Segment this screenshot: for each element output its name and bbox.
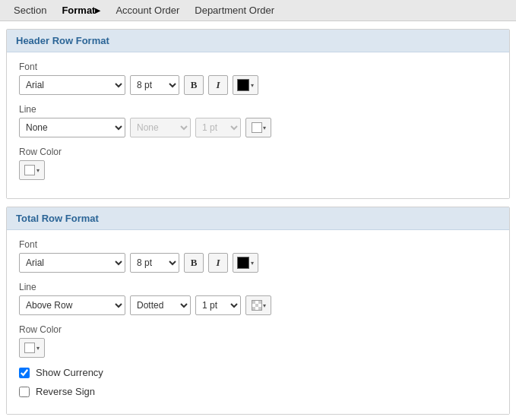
header-row-color-label: Row Color	[19, 147, 497, 157]
header-line-color-swatch	[252, 122, 262, 133]
header-line-color-dropdown-arrow: ▾	[263, 125, 266, 131]
total-row-color-controls: ▾	[19, 338, 497, 358]
header-row-format-section: Header Row Format Font Arial Times New R…	[6, 29, 510, 199]
total-bold-icon: B	[191, 257, 198, 269]
total-size-select[interactable]: 6 pt 7 pt 8 pt 9 pt 10 pt	[130, 253, 179, 273]
total-italic-icon: I	[216, 257, 220, 269]
header-row-color-button[interactable]: ▾	[19, 160, 45, 180]
total-line-color-swatch-group: ▾	[252, 300, 266, 311]
header-line-color-swatch-group: ▾	[252, 122, 266, 133]
header-row-format-body: Font Arial Times New Roman Helvetica Ver…	[7, 52, 509, 198]
header-line-weight-select[interactable]: 0.5 pt 1 pt 1.5 pt 2 pt	[195, 118, 241, 137]
reverse-sign-checkbox[interactable]	[19, 387, 30, 397]
header-line-color-button[interactable]: ▾	[245, 118, 271, 137]
total-line-style-select[interactable]: None Solid Dotted Dashed	[130, 295, 191, 315]
header-font-color-swatch	[237, 79, 249, 91]
header-font-select[interactable]: Arial Times New Roman Helvetica Verdana	[19, 75, 125, 95]
total-row-color-label: Row Color	[19, 324, 497, 335]
total-row-color-button[interactable]: ▾	[19, 338, 45, 358]
header-font-color-arrow: ▾	[251, 82, 254, 89]
header-italic-button[interactable]: I	[208, 75, 228, 95]
total-row-format-section: Total Row Format Font Arial Times New Ro…	[6, 207, 510, 415]
total-font-select[interactable]: Arial Times New Roman Helvetica Verdana	[19, 253, 125, 273]
total-line-color-dropdown-arrow: ▾	[263, 302, 266, 309]
header-font-row: Font Arial Times New Roman Helvetica Ver…	[19, 62, 497, 95]
header-font-color-button[interactable]: ▾	[233, 75, 258, 95]
total-row-color-swatch	[24, 343, 35, 353]
header-line-controls: None Above Row Below Row Above & Below N…	[19, 118, 497, 137]
header-size-select[interactable]: 6 pt 7 pt 8 pt 9 pt 10 pt	[130, 75, 179, 95]
total-line-color-button[interactable]: ▾	[245, 295, 271, 315]
total-bold-button[interactable]: B	[184, 253, 204, 273]
total-line-weight-select[interactable]: 0.5 pt 1 pt 1.5 pt 2 pt	[195, 295, 241, 315]
header-row-color-swatch	[24, 165, 35, 175]
total-row-format-title: Total Row Format	[7, 207, 509, 230]
total-line-controls: None Above Row Below Row Above & Below N…	[19, 295, 497, 315]
nav-account-order[interactable]: Account Order	[108, 2, 187, 19]
total-line-color-grid-icon	[252, 300, 262, 311]
total-line-select[interactable]: None Above Row Below Row Above & Below	[19, 295, 125, 315]
header-row-format-title: Header Row Format	[7, 30, 509, 52]
nav-department-order[interactable]: Department Order	[187, 2, 282, 19]
total-font-color-button[interactable]: ▾	[233, 253, 258, 273]
total-line-label: Line	[19, 282, 497, 292]
show-currency-checkbox[interactable]	[19, 368, 30, 378]
show-currency-row: Show Currency	[19, 367, 497, 378]
header-line-label: Line	[19, 104, 497, 115]
nav-section[interactable]: Section	[6, 2, 54, 19]
total-italic-button[interactable]: I	[208, 253, 228, 273]
total-row-color-row: Row Color ▾	[19, 324, 497, 358]
total-font-row: Font Arial Times New Roman Helvetica Ver…	[19, 239, 497, 273]
header-line-row: Line None Above Row Below Row Above & Be…	[19, 104, 497, 137]
header-line-style-select[interactable]: None Solid Dotted Dashed	[130, 118, 191, 137]
top-nav: Section Format▸ Account Order Department…	[0, 0, 516, 21]
total-font-color-swatch	[237, 257, 249, 269]
reverse-sign-label[interactable]: Reverse Sign	[36, 386, 95, 397]
total-font-controls: Arial Times New Roman Helvetica Verdana …	[19, 253, 497, 273]
header-bold-button[interactable]: B	[184, 75, 204, 95]
reverse-sign-row: Reverse Sign	[19, 386, 497, 397]
total-font-color-arrow: ▾	[251, 260, 254, 267]
bold-icon: B	[191, 79, 198, 91]
nav-format[interactable]: Format▸	[54, 2, 108, 19]
total-font-label: Font	[19, 239, 497, 250]
header-font-controls: Arial Times New Roman Helvetica Verdana …	[19, 75, 497, 95]
header-row-color-arrow: ▾	[36, 167, 40, 174]
total-row-format-body: Font Arial Times New Roman Helvetica Ver…	[7, 230, 509, 414]
header-font-label: Font	[19, 62, 497, 72]
header-line-select[interactable]: None Above Row Below Row Above & Below	[19, 118, 125, 137]
header-row-color-row: Row Color ▾	[19, 147, 497, 180]
show-currency-label[interactable]: Show Currency	[36, 367, 103, 378]
total-row-color-arrow: ▾	[36, 345, 40, 352]
italic-icon: I	[216, 79, 220, 91]
total-line-row: Line None Above Row Below Row Above & Be…	[19, 282, 497, 315]
header-row-color-controls: ▾	[19, 160, 497, 180]
